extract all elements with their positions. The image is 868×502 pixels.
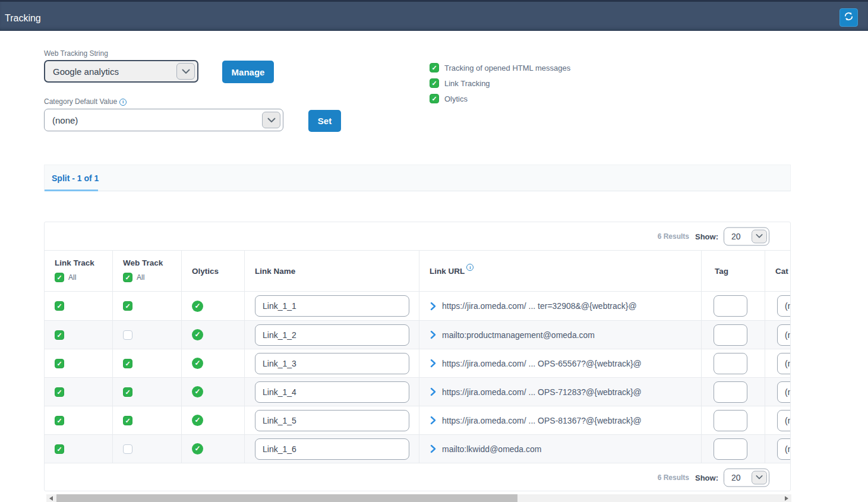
horizontal-scrollbar[interactable] [46, 494, 791, 502]
tag-input[interactable] [714, 353, 747, 374]
chevron-right-icon[interactable] [430, 359, 436, 368]
show-label: Show: [695, 473, 718, 482]
page-size-value: 20 [724, 232, 741, 241]
category-select[interactable]: (n [777, 353, 791, 374]
link-name-input[interactable] [255, 324, 409, 346]
option-row-html-tracking: Tracking of opened HTML messages [430, 60, 570, 75]
link-track-checkbox[interactable] [55, 301, 64, 311]
tag-input[interactable] [714, 295, 747, 317]
web-track-checkbox[interactable] [123, 416, 132, 425]
olytics-check-icon [192, 301, 203, 312]
category-default-value-select[interactable]: (none) [44, 109, 283, 131]
results-count: 6 Results [658, 473, 689, 482]
category-select[interactable]: (n [777, 324, 791, 346]
olytics-label: Olytics [444, 94, 468, 103]
manage-button[interactable]: Manage [222, 61, 274, 83]
select-all-link-track-checkbox[interactable] [55, 273, 64, 282]
option-row-olytics: Olytics [430, 91, 570, 106]
link-name-input[interactable] [255, 353, 409, 374]
tab-bar: Split - 1 of 1 [44, 165, 791, 191]
column-header-link-url: Link URL i [419, 251, 702, 291]
link-url-text: https://jira.omeda.com/ ... OPS-81367?@{… [442, 416, 642, 425]
link-url-text: mailto:lkwidd@omeda.com [442, 444, 542, 454]
link-name-input[interactable] [255, 381, 409, 403]
info-icon[interactable]: i [466, 264, 474, 271]
web-track-checkbox[interactable] [123, 444, 132, 454]
chevron-right-icon[interactable] [430, 330, 436, 339]
table-row: https://jira.omeda.com/ ... OPS-71283?@{… [45, 377, 790, 406]
refresh-button[interactable] [839, 8, 858, 27]
web-track-checkbox[interactable] [123, 330, 132, 340]
link-track-checkbox[interactable] [55, 330, 64, 340]
link-name-input[interactable] [255, 410, 409, 431]
category-default-value-label: Category Default Valuei [44, 97, 127, 106]
table-row: https://jira.omeda.com/ ... ter=32908&@{… [45, 292, 790, 320]
page-size-select[interactable]: 20 [724, 227, 769, 245]
web-track-checkbox[interactable] [123, 301, 132, 311]
chevron-right-icon[interactable] [430, 387, 436, 396]
scroll-left-arrow-icon[interactable] [49, 496, 53, 501]
web-track-checkbox[interactable] [123, 359, 132, 368]
olytics-check-icon [192, 329, 203, 340]
option-row-link-tracking: Link Tracking [430, 75, 570, 91]
link-track-checkbox[interactable] [55, 444, 64, 454]
link-tracking-label: Link Tracking [444, 79, 490, 88]
select-all-web-track-checkbox[interactable] [123, 273, 132, 282]
set-button[interactable]: Set [308, 110, 341, 132]
column-header-category: Cat [765, 251, 791, 291]
tab-split[interactable]: Split - 1 of 1 [52, 173, 99, 183]
link-tracking-checkbox[interactable] [430, 78, 439, 88]
table-row: https://jira.omeda.com/ ... OPS-65567?@{… [45, 349, 790, 377]
web-tracking-string-select[interactable]: Google analytics [44, 60, 198, 83]
category-select[interactable]: (n [777, 295, 791, 317]
tag-input[interactable] [714, 410, 747, 431]
refresh-icon [844, 11, 854, 24]
table-row: https://jira.omeda.com/ ... OPS-81367?@{… [45, 406, 790, 434]
page-size-select[interactable]: 20 [724, 468, 769, 487]
top-bar: Tracking [0, 0, 868, 31]
html-tracking-checkbox[interactable] [430, 63, 439, 72]
chevron-right-icon[interactable] [430, 444, 436, 453]
chevron-down-icon [752, 471, 767, 484]
category-select[interactable]: (n [777, 381, 791, 403]
page-title: Tracking [5, 13, 41, 24]
link-name-input[interactable] [255, 438, 409, 460]
pagination-bottom: 6 Results Show: 20 [658, 468, 769, 487]
column-header-web-track: Web Track All [113, 251, 182, 291]
table-footer: 6 Results Show: 20 [45, 463, 790, 491]
olytics-check-icon [192, 415, 203, 426]
category-select[interactable]: (n [777, 438, 791, 460]
column-header-link-track: Link Track All [45, 251, 113, 291]
select-all-label: All [137, 273, 144, 282]
show-label: Show: [695, 232, 718, 241]
chevron-right-icon[interactable] [430, 302, 436, 311]
tracking-table-card: 6 Results Show: 20 Link Track All Web Tr… [44, 222, 791, 491]
tag-input[interactable] [714, 438, 747, 460]
info-icon[interactable]: i [119, 99, 127, 106]
pagination-top: 6 Results Show: 20 [658, 227, 769, 245]
olytics-check-icon [192, 358, 203, 369]
tab-active-underline [45, 190, 98, 191]
table-row: mailto:lkwidd@omeda.com (n [45, 434, 790, 463]
link-track-checkbox[interactable] [55, 359, 64, 368]
chevron-down-icon [752, 229, 767, 243]
chevron-right-icon[interactable] [430, 416, 436, 425]
link-track-checkbox[interactable] [55, 416, 64, 425]
results-count: 6 Results [658, 232, 689, 241]
link-url-text: https://jira.omeda.com/ ... OPS-65567?@{… [442, 359, 642, 368]
html-tracking-label: Tracking of opened HTML messages [444, 64, 570, 72]
tag-input[interactable] [714, 324, 747, 346]
web-track-checkbox[interactable] [123, 387, 132, 397]
link-track-checkbox[interactable] [55, 387, 64, 397]
table-row: mailto:productmanagement@omeda.com (n [45, 320, 790, 349]
chevron-down-icon [176, 63, 195, 80]
tag-input[interactable] [714, 381, 747, 403]
olytics-checkbox[interactable] [430, 94, 439, 103]
link-name-input[interactable] [255, 295, 409, 317]
scroll-right-arrow-icon[interactable] [785, 496, 788, 501]
category-select[interactable]: (n [777, 410, 791, 431]
scrollbar-thumb[interactable] [56, 494, 517, 502]
select-all-label: All [68, 273, 76, 282]
page-size-value: 20 [724, 473, 741, 482]
tracking-options: Tracking of opened HTML messages Link Tr… [430, 60, 570, 106]
